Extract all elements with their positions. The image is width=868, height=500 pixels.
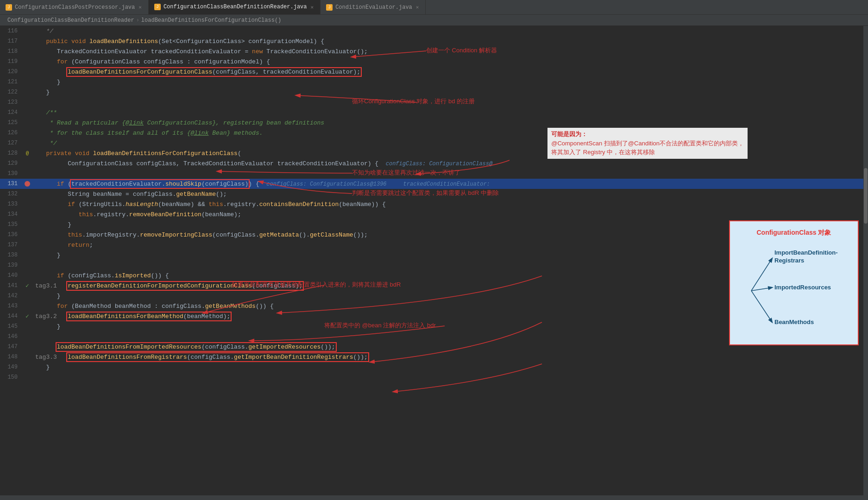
svg-line-2 [751,291,772,322]
annotation-cn1: 创建一个 Condition 解析器 [426,46,497,55]
svg-line-1 [751,288,772,291]
tab-close-2[interactable]: ✕ [310,3,315,11]
tab-label-3: ConditionEvaluator.java [335,4,412,11]
tab-icon-3: J [326,4,333,11]
annotation-cn2: 循环ConfigurationClass 对象，进行 bd 的注册 [352,97,475,106]
line-133: 133 if (StringUtils.hasLength(beanName) … [0,199,868,209]
annotation-cn6: 如果当前配置类是被其他配置类引入进来的，则将其注册进 bdR [232,281,401,289]
line-124: 124 /** [0,107,868,118]
line-150: 150 [0,372,868,382]
breadcrumb-class: ConfigurationClassBeanDefinitionReader [7,17,134,24]
tab-bar: J ConfigurationClassPostProcessor.java ✕… [0,0,868,15]
scrollbar-horizontal[interactable] [0,495,868,500]
line-125: 125 * Read a particular {@link Configura… [0,118,868,128]
svg-line-0 [751,258,772,291]
cn3-title: 可能是因为： [551,130,744,139]
tab-icon-1: J [6,4,12,11]
line-134: 134 this.registry.removeBeanDefinition(b… [0,209,868,219]
line-129: 129 ConfigurationClass configClass, Trac… [0,158,868,169]
line-149: 149 } [0,362,868,372]
breadcrumb: ConfigurationClassBeanDefinitionReader ›… [0,15,868,26]
annotation-cn7: 将配置类中的 @bean 注解的方法注入 bdr [324,321,436,330]
annotation-cn4: 不知为啥要在这里再次过滤一次，不讲了 [352,169,460,177]
tab-condition-evaluator[interactable]: J ConditionEvaluator.java ✕ [321,0,426,14]
line-131: 131 if (trackedConditionEvaluator.should… [0,179,868,189]
tab-configuration-reader[interactable]: J ConfigurationClassBeanDefinitionReader… [149,0,321,14]
annotation-cn3: 可能是因为： @ComponentScan 扫描到了@Candition不合法的… [547,128,748,159]
diagram-title: ConfigurationClass 对象 [737,229,850,237]
line-120: 120 loadBeanDefinitionsForConfigurationC… [0,67,868,77]
diagram-box: ConfigurationClass 对象 ImportBeanDefiniti… [729,220,859,345]
scrollbar-thumb-vertical[interactable] [864,168,868,224]
line-121: 121 } [0,77,868,87]
tab-icon-2: J [154,4,161,10]
scrollbar-vertical[interactable] [863,26,868,500]
code-area: 116 */ 117 public void loadBeanDefinitio… [0,26,868,500]
tab-configuration-post-processor[interactable]: J ConfigurationClassPostProcessor.java ✕ [0,0,149,14]
line-148: 148 tag3.3 loadBeanDefinitionsFromRegist… [0,352,868,362]
tab-label-1: ConfigurationClassPostProcessor.java [15,4,135,11]
tab-close-3[interactable]: ✕ [415,3,420,11]
diagram-arrows [737,244,850,337]
tab-label-2: ConfigurationClassBeanDefinitionReader.j… [164,4,307,10]
tab-close-1[interactable]: ✕ [138,3,143,11]
line-122: 122 } [0,87,868,97]
line-116: 116 */ [0,26,868,36]
code-content[interactable]: 116 */ 117 public void loadBeanDefinitio… [0,26,868,500]
annotation-cn5: 判断是否需要跳过这个配置类，如果需要从 bdR 中删除 [352,189,499,197]
cn3-body: @ComponentScan 扫描到了@Candition不合法的配置类和它的内… [551,139,744,157]
breadcrumb-method: loadBeanDefinitionsForConfigurationClass… [141,17,281,24]
line-117: 117 public void loadBeanDefinitions(Set<… [0,36,868,46]
line-119: 119 for (ConfigurationClass configClass … [0,56,868,67]
